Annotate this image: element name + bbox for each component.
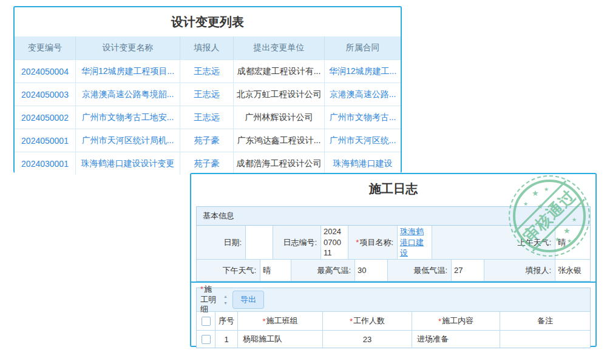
afternoon-weather-label: 下午天气:: [197, 260, 260, 281]
cell-contract[interactable]: 京港澳高速公路...: [324, 83, 401, 106]
detail-section-label: *施工明细: [200, 285, 220, 315]
project-name-link[interactable]: 珠海鹤港口建设: [400, 226, 429, 258]
section-divider: [191, 281, 595, 283]
col-header-change-name: 设计变更名称: [75, 36, 180, 59]
table-row: 2024030001 珠海鹤港口建设设计变更 苑子豪 成都浩海工程设计公司 珠海…: [15, 152, 401, 175]
max-temp-value: 30: [354, 260, 387, 281]
cell-unit: 成都浩海工程设计公司: [233, 152, 324, 175]
max-temp-label: 最高气温:: [291, 260, 354, 281]
required-mark: *: [200, 285, 203, 294]
table-row: 2024050002 广州市文物考古工地安... 王志远 广州林辉设计公司 广州…: [15, 106, 401, 129]
reporter-value: 张永银: [555, 260, 590, 281]
star-icon: ★: [555, 236, 560, 243]
cell-change-id[interactable]: 2024050003: [15, 83, 75, 106]
star-icon: ★: [563, 226, 571, 235]
detail-toolbar: *施工明细 ▲ ▼ 导出: [197, 288, 590, 312]
col-header-remark: 备注: [500, 312, 590, 330]
row-checkbox[interactable]: [202, 335, 211, 344]
cell-remark[interactable]: [500, 331, 590, 348]
col-header-team: * 施工班组: [237, 312, 322, 330]
cell-reporter[interactable]: 苑子豪: [180, 129, 233, 152]
cell-unit: 北京万虹工程设计公司: [233, 83, 324, 106]
date-label: 日期:: [197, 226, 245, 259]
cell-team[interactable]: 杨聪施工队: [237, 331, 322, 348]
cell-change-id[interactable]: 2024030001: [15, 152, 75, 175]
min-temp-label: 最低气温:: [387, 260, 451, 281]
col-header-unit: 提出变更单位: [233, 36, 324, 59]
cell-change-name[interactable]: 京港澳高速公路粤境韶...: [75, 83, 180, 106]
basic-info-row-2: 下午天气: 晴 最高气温: 30 最低气温: 27 填报人: 张永银: [197, 259, 590, 281]
col-header-workers: * 工作人数: [322, 312, 412, 330]
cell-contract[interactable]: 广州市文物考古...: [324, 106, 401, 129]
reporter-label: 填报人:: [484, 260, 555, 281]
collapse-spinner[interactable]: ▲ ▼: [223, 294, 228, 305]
cell-change-name[interactable]: 广州市文物考古工地安...: [75, 106, 180, 129]
required-mark: *: [356, 238, 359, 247]
page-title: 设计变更列表: [15, 7, 401, 36]
cell-index: 1: [215, 331, 237, 348]
cell-reporter[interactable]: 王志远: [180, 60, 233, 83]
star-icon: ★: [523, 201, 528, 207]
table-row: 2024050003 京港澳高速公路粤境韶... 王志远 北京万虹工程设计公司 …: [15, 83, 401, 106]
cell-workers[interactable]: 23: [322, 331, 412, 348]
cell-change-id[interactable]: 2024050004: [15, 60, 75, 83]
log-number-label: 日志编号:: [273, 226, 320, 259]
cell-change-name[interactable]: 珠海鹤港口建设设计变更: [75, 152, 180, 175]
col-header-index: 序号: [215, 312, 237, 330]
row-select-cell: [197, 331, 215, 348]
select-all-checkbox[interactable]: [202, 317, 211, 326]
star-icon: ★: [572, 217, 577, 223]
detail-table-row: 1 杨聪施工队 23 进场准备: [197, 331, 590, 348]
cell-change-id[interactable]: 2024050002: [15, 106, 75, 129]
star-icon: ★: [544, 186, 549, 192]
cell-unit: 广东鸿达鑫工程设计...: [233, 129, 324, 152]
table-row: 2024050004 华润12城房建工程项目... 王志远 成都宏建工程设计有.…: [15, 59, 401, 83]
detail-table-header: 序号 * 施工班组 * 工作人数 * 施工内容 备注: [197, 312, 590, 331]
cell-reporter[interactable]: 苑子豪: [180, 152, 233, 175]
approval-stamp: ★ ★ ★ ★ ★ ★ ★ ★ 审核通过: [509, 175, 590, 257]
min-temp-value: 27: [451, 260, 484, 281]
afternoon-weather-value: 晴: [260, 260, 291, 281]
cell-unit: 广州林辉设计公司: [233, 106, 324, 129]
cell-unit: 成都宏建工程设计有...: [233, 60, 324, 83]
col-header-content: * 施工内容: [412, 312, 500, 330]
star-icon: ★: [567, 238, 572, 244]
cell-reporter[interactable]: 王志远: [180, 106, 233, 129]
cell-contract[interactable]: 华润12城房建工...: [324, 60, 401, 83]
log-number-value: 2024070011: [320, 226, 348, 259]
cell-contract[interactable]: 珠海鹤港口建设: [324, 152, 401, 175]
chevron-down-icon[interactable]: ▼: [223, 301, 228, 305]
cell-contract[interactable]: 广州市天河区统...: [324, 129, 401, 152]
cell-change-id[interactable]: 2024050001: [15, 129, 75, 152]
col-header-reporter: 填报人: [180, 36, 233, 59]
construction-detail-section: *施工明细 ▲ ▼ 导出 序号 * 施工班组 * 工: [196, 288, 591, 348]
cell-content[interactable]: 进场准备: [412, 331, 500, 348]
export-button[interactable]: 导出: [232, 291, 264, 309]
cell-change-name[interactable]: 广州市天河区统计局机...: [75, 129, 180, 152]
cell-reporter[interactable]: 王志远: [180, 83, 233, 106]
project-name-label: * 项目名称:: [348, 226, 397, 259]
project-name-link-cell: 珠海鹤港口建设: [397, 226, 432, 259]
select-all-cell: [197, 312, 215, 330]
star-icon: ★: [532, 189, 539, 198]
table-row: 2024050001 广州市天河区统计局机... 苑子豪 广东鸿达鑫工程设计..…: [15, 129, 401, 152]
cell-change-name[interactable]: 华润12城房建工程项目...: [75, 60, 180, 83]
design-change-list-panel: 设计变更列表 变更编号 设计变更名称 填报人 提出变更单位 所属合同 20240…: [13, 6, 402, 173]
date-field[interactable]: [245, 226, 273, 259]
col-header-change-id: 变更编号: [15, 36, 75, 59]
change-table-header: 变更编号 设计变更名称 填报人 提出变更单位 所属合同: [15, 36, 401, 59]
col-header-contract: 所属合同: [324, 36, 401, 59]
chevron-up-icon[interactable]: ▲: [223, 294, 228, 298]
